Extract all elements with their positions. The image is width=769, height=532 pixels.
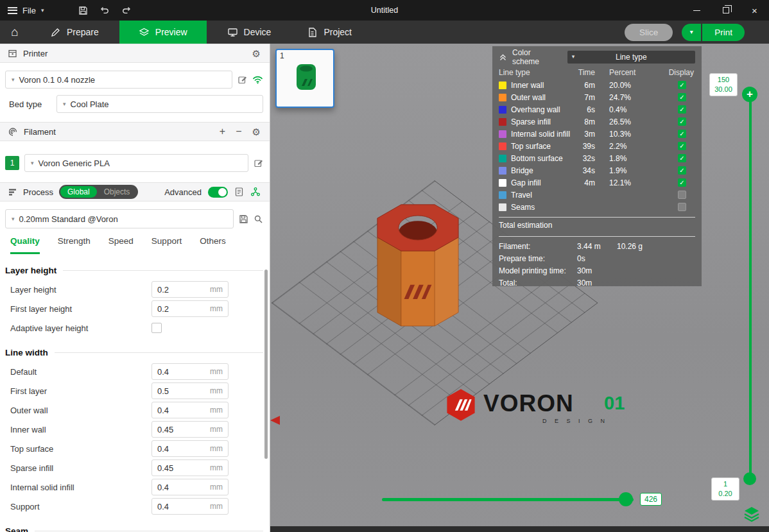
- wifi-connection-icon[interactable]: [252, 75, 263, 84]
- save-preset-icon[interactable]: [239, 214, 248, 224]
- display-checkbox[interactable]: [678, 203, 686, 211]
- advanced-toggle[interactable]: [208, 187, 228, 198]
- layer-height-input[interactable]: 0.2 mm: [151, 281, 229, 298]
- filament-preset-value: Voron Generic PLA: [39, 159, 110, 168]
- display-checkbox[interactable]: ✓: [678, 81, 686, 89]
- printer-settings-gear-icon[interactable]: ⚙: [252, 49, 261, 58]
- file-menu-label: File: [22, 6, 36, 15]
- filament-preset-dropdown[interactable]: ▾ Voron Generic PLA: [24, 154, 248, 172]
- sparse-infill-line-width-input[interactable]: 0.45 mm: [151, 459, 229, 476]
- move-slider-handle[interactable]: [619, 492, 633, 506]
- window-title: Untitled: [371, 6, 398, 15]
- voron-logo-subtext: D E S I G N: [542, 418, 608, 424]
- undo-button[interactable]: [99, 5, 110, 15]
- search-settings-icon[interactable]: [254, 214, 263, 224]
- tab-device[interactable]: Device: [212, 21, 287, 44]
- line-type-label: Bridge: [511, 166, 533, 175]
- tab-quality[interactable]: Quality: [10, 236, 40, 254]
- print-button[interactable]: Print: [702, 24, 745, 41]
- window-controls: ×: [682, 0, 769, 21]
- legend-row: Top surface 39s 2.2% ✓: [499, 140, 695, 152]
- viewport-3d[interactable]: VORON D E S I G N 01 1 Color scheme: [270, 44, 769, 532]
- process-scope-segmented: Global Objects: [59, 185, 138, 199]
- edit-filament-preset-icon[interactable]: [254, 159, 263, 168]
- tab-speed[interactable]: Speed: [108, 236, 134, 254]
- save-button[interactable]: [78, 6, 88, 15]
- display-checkbox[interactable]: ✓: [678, 93, 686, 101]
- tab-others[interactable]: Others: [200, 236, 226, 254]
- display-checkbox[interactable]: ✓: [678, 117, 686, 126]
- maximize-button[interactable]: [711, 0, 740, 21]
- first-layer-height-input[interactable]: 0.2 mm: [151, 300, 229, 317]
- process-tree-icon[interactable]: [250, 187, 261, 197]
- filament-slot-badge[interactable]: 1: [5, 156, 19, 170]
- tab-prepare[interactable]: Prepare: [35, 21, 114, 44]
- setting-row: Support 0.4 mm: [0, 497, 270, 516]
- setting-value: 0.4: [157, 444, 207, 454]
- inner-wall-line-width-input[interactable]: 0.45 mm: [151, 421, 229, 438]
- minimize-button[interactable]: [682, 0, 711, 21]
- settings-scrollbar[interactable]: [264, 270, 268, 459]
- move-slider-track[interactable]: [382, 498, 634, 501]
- display-checkbox[interactable]: ✓: [678, 130, 686, 138]
- slice-button[interactable]: Slice: [625, 24, 673, 41]
- display-checkbox[interactable]: ✓: [678, 166, 686, 175]
- filament-settings-gear-icon[interactable]: ⚙: [252, 127, 261, 137]
- sliced-model[interactable]: [368, 196, 468, 331]
- print-dropdown-button[interactable]: ▾: [682, 24, 701, 41]
- setting-unit: mm: [210, 425, 223, 434]
- view-mode-dropdown[interactable]: ▾ Line type: [567, 51, 695, 64]
- scope-objects-button[interactable]: Objects: [97, 186, 137, 198]
- layer-slider-track[interactable]: [749, 95, 752, 480]
- default-line-width-input[interactable]: 0.4 mm: [151, 363, 229, 380]
- support-line-width-input[interactable]: 0.4 mm: [151, 498, 229, 515]
- tab-support[interactable]: Support: [151, 236, 182, 254]
- edit-printer-preset-icon[interactable]: [238, 75, 247, 85]
- line-type-color-swatch: [499, 191, 506, 199]
- remove-filament-button[interactable]: −: [236, 126, 241, 137]
- redo-button[interactable]: [121, 5, 132, 15]
- layers-view-icon[interactable]: [743, 506, 761, 522]
- top-surface-line-width-input[interactable]: 0.4 mm: [151, 440, 229, 457]
- tab-project[interactable]: Project: [291, 21, 367, 44]
- file-menu-button[interactable]: File ▾: [0, 0, 51, 21]
- display-checkbox[interactable]: ✓: [678, 142, 686, 150]
- collapse-panel-icon[interactable]: [499, 53, 507, 62]
- setting-value: 0.4: [157, 406, 207, 415]
- close-button[interactable]: ×: [740, 0, 769, 21]
- process-preset-dropdown[interactable]: ▾ 0.20mm Standard @Voron: [5, 209, 234, 228]
- filament-section-title: Filament: [24, 127, 56, 137]
- process-section-title: Process: [23, 187, 53, 197]
- scope-global-button[interactable]: Global: [60, 186, 97, 198]
- display-checkbox[interactable]: ✓: [678, 154, 686, 162]
- line-type-time: 3m: [577, 130, 595, 139]
- color-scheme-label: Color scheme: [512, 48, 560, 66]
- line-type-legend-panel: Color scheme ▾ Line type Line type Time …: [492, 46, 702, 286]
- plate-thumbnail[interactable]: 1: [275, 49, 334, 108]
- tab-preview[interactable]: Preview: [119, 21, 207, 44]
- printer-section-header: Printer ⚙: [0, 44, 270, 63]
- tab-strength[interactable]: Strength: [58, 236, 91, 254]
- add-filament-button[interactable]: +: [220, 126, 225, 137]
- display-checkbox[interactable]: ✓: [678, 105, 686, 114]
- display-checkbox[interactable]: [678, 191, 686, 199]
- bed-type-dropdown[interactable]: ▾ Cool Plate: [56, 95, 263, 113]
- printer-preset-dropdown[interactable]: ▾ Voron 0.1 0.4 nozzle: [5, 71, 232, 89]
- setting-value: 0.2: [157, 285, 207, 295]
- internal-solid-infill-line-width-input[interactable]: 0.4 mm: [151, 479, 229, 495]
- home-button[interactable]: ⌂: [0, 21, 30, 44]
- layer-slider-bottom-handle[interactable]: [743, 472, 756, 485]
- line-type-time: 32s: [577, 154, 595, 163]
- display-checkbox[interactable]: ✓: [678, 178, 686, 187]
- first-layer-line-width-input[interactable]: 0.5 mm: [151, 382, 229, 399]
- outer-wall-line-width-input[interactable]: 0.4 mm: [151, 402, 229, 418]
- bed-type-label: Bed type: [5, 99, 51, 109]
- process-icon: [8, 187, 17, 197]
- setting-label: First layer: [10, 386, 151, 396]
- adaptive-layer-height-checkbox[interactable]: [151, 323, 162, 333]
- setting-row: Internal solid infill 0.4 mm: [0, 477, 270, 497]
- parameter-list-icon[interactable]: [234, 187, 244, 197]
- layer-slider-top-handle[interactable]: +: [742, 87, 757, 102]
- settings-group-header: Line width: [0, 343, 270, 362]
- line-type-time: 34s: [577, 166, 595, 175]
